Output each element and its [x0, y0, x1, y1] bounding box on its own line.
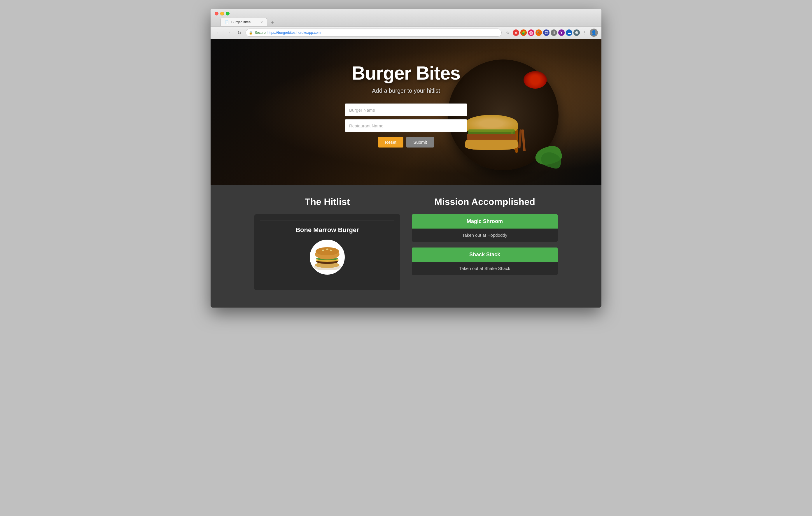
maximize-button[interactable] — [226, 12, 230, 16]
ext-4[interactable]: 🛡 — [543, 29, 550, 36]
forward-button[interactable]: → — [225, 29, 233, 37]
restaurant-name-input[interactable] — [345, 119, 467, 132]
hitlist-card: Bone Marrow Burger — [254, 214, 400, 290]
close-button[interactable] — [215, 12, 219, 16]
url-display: https://burgerbites.herokuapp.com — [267, 31, 321, 35]
ext-7[interactable]: ☁ — [566, 29, 572, 36]
hero-content: Burger Bites Add a burger to your hitlis… — [210, 39, 602, 148]
menu-button[interactable]: ⋮ — [581, 29, 588, 36]
ext-6[interactable]: Y — [558, 29, 565, 36]
burger-form: Reset Submit — [345, 103, 467, 148]
page-content: Burger Bites Add a burger to your hitlis… — [210, 39, 602, 308]
hero-title: Burger Bites — [352, 62, 460, 84]
mission-item-0-name: Magic Shroom — [412, 214, 558, 229]
mission-item-0: Magic Shroom Taken out at Hopdoddy — [412, 214, 558, 242]
lists-grid: The Hitlist Bone Marrow Burger — [231, 196, 581, 290]
browser-tabs: 📄 Burger Bites × + — [221, 18, 597, 26]
hitlist-burger-image — [310, 240, 345, 275]
reload-button[interactable]: ↻ — [235, 29, 243, 37]
mission-title: Mission Accomplished — [412, 196, 558, 207]
hero-section: Burger Bites Add a burger to your hitlis… — [210, 39, 602, 185]
submit-button[interactable]: Submit — [406, 137, 434, 148]
hitlist-divider — [260, 220, 394, 220]
hero-subtitle: Add a burger to your hitlist — [372, 87, 440, 94]
ext-1[interactable]: 🧩 — [520, 29, 527, 36]
mission-item-1-location: Taken out at Shake Shack — [412, 262, 558, 275]
svg-point-6 — [316, 247, 339, 255]
minimize-button[interactable] — [220, 12, 224, 16]
hitlist-item-name: Bone Marrow Burger — [260, 226, 394, 234]
tab-close-button[interactable]: × — [260, 20, 263, 25]
browser-titlebar: 📄 Burger Bites × + — [210, 9, 602, 27]
lock-icon: 🔒 — [249, 31, 253, 35]
ext-5[interactable]: ℹ — [551, 29, 557, 36]
tab-favicon: 📄 — [225, 21, 229, 24]
profile-icon: 👤 — [591, 30, 597, 36]
ext-2[interactable]: 🌸 — [528, 29, 534, 36]
mission-item-1-name: Shack Stack — [412, 247, 558, 262]
ext-8[interactable]: ⚙ — [573, 29, 580, 36]
bookmark-button[interactable]: ☆ — [504, 29, 512, 36]
form-buttons: Reset Submit — [345, 137, 467, 148]
mission-column: Mission Accomplished Magic Shroom Taken … — [406, 196, 563, 290]
new-tab-button[interactable]: + — [268, 19, 277, 26]
lists-section: The Hitlist Bone Marrow Burger — [210, 185, 602, 308]
address-bar[interactable]: 🔒 Secure https://burgerbites.herokuapp.c… — [245, 29, 502, 37]
mission-item-0-location: Taken out at Hopdoddy — [412, 229, 558, 242]
back-button[interactable]: ← — [214, 29, 222, 37]
browser-window: 📄 Burger Bites × + ← → ↻ 🔒 Secure https:… — [210, 9, 602, 308]
secure-label: Secure — [255, 31, 266, 35]
mission-item-1: Shack Stack Taken out at Shake Shack — [412, 247, 558, 275]
reset-button[interactable]: Reset — [378, 137, 403, 148]
toolbar-actions: ☆ A 🧩 🌸 🔨 🛡 ℹ Y ☁ — [504, 29, 598, 37]
burger-illustration — [311, 244, 343, 270]
tab-title: Burger Bites — [231, 20, 251, 24]
hitlist-column: The Hitlist Bone Marrow Burger — [249, 196, 406, 290]
browser-controls — [215, 12, 597, 16]
profile-button[interactable]: 👤 — [590, 29, 598, 37]
hitlist-image-wrapper — [260, 240, 394, 275]
ext-adblock[interactable]: A — [513, 29, 519, 36]
browser-toolbar: ← → ↻ 🔒 Secure https://burgerbites.herok… — [210, 27, 602, 39]
active-tab[interactable]: 📄 Burger Bites × — [221, 18, 267, 26]
hitlist-title: The Hitlist — [254, 196, 400, 207]
ext-3[interactable]: 🔨 — [535, 29, 542, 36]
burger-name-input[interactable] — [345, 103, 467, 116]
